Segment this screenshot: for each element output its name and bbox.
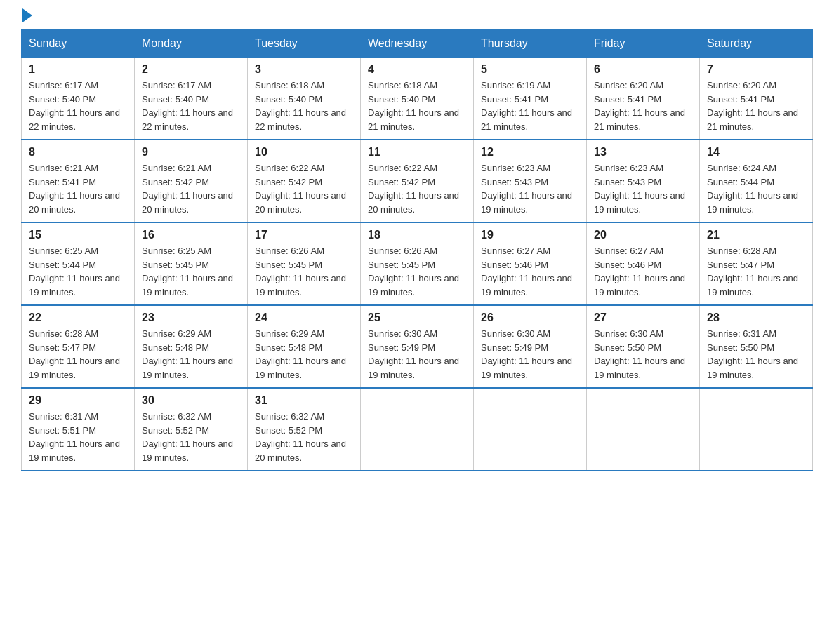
calendar-day-cell	[587, 388, 700, 471]
daylight-label: Daylight: 11 hours and 22 minutes.	[255, 107, 346, 132]
day-number: 16	[142, 229, 240, 241]
calendar-day-cell	[700, 388, 813, 471]
day-number: 11	[368, 146, 466, 159]
calendar-day-cell	[361, 388, 474, 471]
day-number: 26	[481, 311, 579, 324]
day-number: 7	[707, 63, 805, 76]
sunrise-label: Sunrise: 6:18 AM	[255, 80, 324, 90]
day-info: Sunrise: 6:18 AM Sunset: 5:40 PM Dayligh…	[368, 79, 466, 133]
day-number: 6	[594, 63, 692, 76]
sunrise-label: Sunrise: 6:29 AM	[142, 328, 211, 339]
calendar-day-cell: 22 Sunrise: 6:28 AM Sunset: 5:47 PM Dayl…	[22, 305, 135, 388]
sunset-label: Sunset: 5:41 PM	[594, 94, 661, 105]
day-info: Sunrise: 6:29 AM Sunset: 5:48 PM Dayligh…	[142, 327, 240, 382]
day-number: 12	[481, 146, 579, 159]
sunrise-label: Sunrise: 6:31 AM	[29, 411, 98, 422]
calendar-table: SundayMondayTuesdayWednesdayThursdayFrid…	[21, 29, 813, 471]
day-info: Sunrise: 6:20 AM Sunset: 5:41 PM Dayligh…	[594, 79, 692, 133]
day-number: 25	[368, 311, 466, 324]
sunset-label: Sunset: 5:42 PM	[368, 177, 435, 187]
day-info: Sunrise: 6:22 AM Sunset: 5:42 PM Dayligh…	[368, 161, 466, 216]
sunset-label: Sunset: 5:42 PM	[142, 177, 209, 187]
sunset-label: Sunset: 5:41 PM	[481, 94, 548, 105]
calendar-day-cell: 26 Sunrise: 6:30 AM Sunset: 5:49 PM Dayl…	[474, 305, 587, 388]
sunset-label: Sunset: 5:40 PM	[368, 94, 435, 105]
calendar-day-cell: 2 Sunrise: 6:17 AM Sunset: 5:40 PM Dayli…	[135, 58, 248, 140]
calendar-day-cell: 10 Sunrise: 6:22 AM Sunset: 5:42 PM Dayl…	[248, 140, 361, 222]
day-info: Sunrise: 6:31 AM Sunset: 5:50 PM Dayligh…	[707, 327, 805, 382]
sunset-label: Sunset: 5:42 PM	[255, 177, 322, 187]
day-info: Sunrise: 6:25 AM Sunset: 5:44 PM Dayligh…	[29, 244, 127, 299]
sunset-label: Sunset: 5:52 PM	[142, 425, 209, 436]
sunrise-label: Sunrise: 6:28 AM	[707, 246, 776, 256]
sunrise-label: Sunrise: 6:25 AM	[29, 246, 98, 256]
day-info: Sunrise: 6:30 AM Sunset: 5:49 PM Dayligh…	[368, 327, 466, 382]
calendar-week-row: 22 Sunrise: 6:28 AM Sunset: 5:47 PM Dayl…	[22, 305, 813, 388]
sunrise-label: Sunrise: 6:30 AM	[594, 328, 663, 339]
sunset-label: Sunset: 5:47 PM	[707, 260, 774, 270]
day-info: Sunrise: 6:32 AM Sunset: 5:52 PM Dayligh…	[142, 410, 240, 464]
calendar-day-cell: 31 Sunrise: 6:32 AM Sunset: 5:52 PM Dayl…	[248, 388, 361, 471]
weekday-header-saturday: Saturday	[700, 30, 813, 58]
sunrise-label: Sunrise: 6:27 AM	[594, 246, 663, 256]
sunset-label: Sunset: 5:49 PM	[368, 342, 435, 353]
logo-triangle-icon	[22, 8, 32, 22]
calendar-day-cell: 8 Sunrise: 6:21 AM Sunset: 5:41 PM Dayli…	[22, 140, 135, 222]
daylight-label: Daylight: 11 hours and 19 minutes.	[29, 438, 120, 463]
sunrise-label: Sunrise: 6:18 AM	[368, 80, 437, 90]
daylight-label: Daylight: 11 hours and 21 minutes.	[707, 107, 798, 132]
calendar-day-cell: 21 Sunrise: 6:28 AM Sunset: 5:47 PM Dayl…	[700, 222, 813, 305]
sunrise-label: Sunrise: 6:20 AM	[594, 80, 663, 90]
day-number: 20	[594, 229, 692, 241]
daylight-label: Daylight: 11 hours and 22 minutes.	[29, 107, 120, 132]
daylight-label: Daylight: 11 hours and 19 minutes.	[707, 356, 798, 380]
calendar-day-cell: 28 Sunrise: 6:31 AM Sunset: 5:50 PM Dayl…	[700, 305, 813, 388]
daylight-label: Daylight: 11 hours and 19 minutes.	[142, 438, 233, 463]
day-number: 10	[255, 146, 353, 159]
sunrise-label: Sunrise: 6:17 AM	[29, 80, 98, 90]
weekday-header-sunday: Sunday	[22, 30, 135, 58]
sunset-label: Sunset: 5:41 PM	[29, 177, 96, 187]
daylight-label: Daylight: 11 hours and 19 minutes.	[707, 273, 798, 297]
daylight-label: Daylight: 11 hours and 20 minutes.	[255, 190, 346, 215]
sunrise-label: Sunrise: 6:29 AM	[255, 328, 324, 339]
day-number: 13	[594, 146, 692, 159]
calendar-day-cell: 11 Sunrise: 6:22 AM Sunset: 5:42 PM Dayl…	[361, 140, 474, 222]
day-number: 30	[142, 394, 240, 407]
daylight-label: Daylight: 11 hours and 19 minutes.	[255, 273, 346, 297]
daylight-label: Daylight: 11 hours and 19 minutes.	[481, 273, 572, 297]
daylight-label: Daylight: 11 hours and 19 minutes.	[368, 356, 459, 380]
sunset-label: Sunset: 5:44 PM	[707, 177, 774, 187]
calendar-day-cell: 7 Sunrise: 6:20 AM Sunset: 5:41 PM Dayli…	[700, 58, 813, 140]
sunrise-label: Sunrise: 6:23 AM	[481, 163, 550, 173]
day-info: Sunrise: 6:28 AM Sunset: 5:47 PM Dayligh…	[29, 327, 127, 382]
day-number: 3	[255, 63, 353, 76]
sunrise-label: Sunrise: 6:28 AM	[29, 328, 98, 339]
calendar-day-cell: 18 Sunrise: 6:26 AM Sunset: 5:45 PM Dayl…	[361, 222, 474, 305]
day-number: 22	[29, 311, 127, 324]
day-info: Sunrise: 6:27 AM Sunset: 5:46 PM Dayligh…	[594, 244, 692, 299]
sunset-label: Sunset: 5:48 PM	[142, 342, 209, 353]
calendar-day-cell: 30 Sunrise: 6:32 AM Sunset: 5:52 PM Dayl…	[135, 388, 248, 471]
sunrise-label: Sunrise: 6:26 AM	[368, 246, 437, 256]
sunset-label: Sunset: 5:48 PM	[255, 342, 322, 353]
logo	[21, 14, 32, 22]
daylight-label: Daylight: 11 hours and 22 minutes.	[142, 107, 233, 132]
sunset-label: Sunset: 5:47 PM	[29, 342, 96, 353]
daylight-label: Daylight: 11 hours and 21 minutes.	[594, 107, 685, 132]
day-info: Sunrise: 6:20 AM Sunset: 5:41 PM Dayligh…	[707, 79, 805, 133]
sunrise-label: Sunrise: 6:31 AM	[707, 328, 776, 339]
daylight-label: Daylight: 11 hours and 20 minutes.	[142, 190, 233, 215]
sunset-label: Sunset: 5:46 PM	[481, 260, 548, 270]
calendar-week-row: 1 Sunrise: 6:17 AM Sunset: 5:40 PM Dayli…	[22, 58, 813, 140]
sunset-label: Sunset: 5:43 PM	[481, 177, 548, 187]
sunrise-label: Sunrise: 6:20 AM	[707, 80, 776, 90]
calendar-day-cell: 15 Sunrise: 6:25 AM Sunset: 5:44 PM Dayl…	[22, 222, 135, 305]
day-number: 5	[481, 63, 579, 76]
daylight-label: Daylight: 11 hours and 19 minutes.	[29, 356, 120, 380]
sunset-label: Sunset: 5:45 PM	[142, 260, 209, 270]
day-info: Sunrise: 6:30 AM Sunset: 5:49 PM Dayligh…	[481, 327, 579, 382]
weekday-header-monday: Monday	[135, 30, 248, 58]
day-info: Sunrise: 6:25 AM Sunset: 5:45 PM Dayligh…	[142, 244, 240, 299]
calendar-day-cell: 23 Sunrise: 6:29 AM Sunset: 5:48 PM Dayl…	[135, 305, 248, 388]
